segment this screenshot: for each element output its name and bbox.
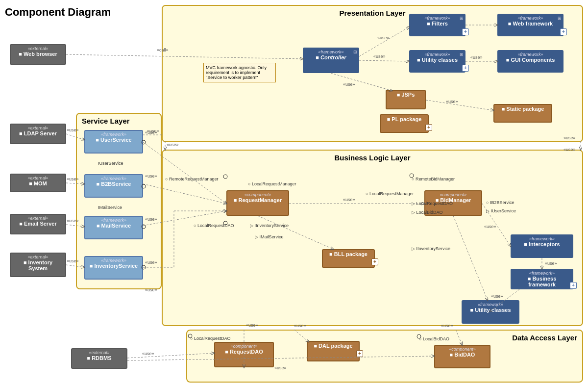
email-server-box: «external» ■ Email Server [10,214,66,234]
localbidam-label: ▷ LocalBidDAO [412,210,443,215]
localrequestdao-label: ○ LocalRequestDAO [194,223,234,228]
business-framework-box: «framework» ■ Business framework [511,269,573,289]
localrequestmanager-label: ○ LocalRequestManager [248,181,296,186]
page-title: Component Diagram [5,6,111,19]
iinventoryservice-label: ▷ IInventoryService [250,223,289,228]
remoterequestmanager-label: ○ RemoteRequestManager [165,177,219,181]
utility-classes-pl-box: «framework» ■ Utility classes ⊞ [409,50,466,73]
filters-box: «framework» ■ Filters ⊞ [409,14,466,36]
business-layer-title: Business Logic Layer [334,154,410,162]
ldap-server-box: «external» ■ LDAP Server [10,124,66,144]
jsps-box: ■ JSPs [386,90,426,109]
filters-plus: + [462,28,469,35]
bll-package-box: ■ BLL package [322,249,375,268]
rdbms-box: «external» ■ RDBMS [71,348,127,369]
remotebidmanager-label: ○ RemoteBidManager [412,177,455,181]
utility-classes-bl-box: «framework» ■ Utility classes [462,300,519,324]
web-framework-box: «framework» ■ Web framework ⊞ [497,14,564,36]
localrequestdao3-label: ○ LocalRequestDAO [190,336,230,341]
gui-components-box: «framework» ■ GUI Components [497,50,564,73]
dal-package-box: ■ DAL package [307,341,360,361]
controller-box: «framework» ■ Controller ⊞ [303,48,359,73]
localbidam2-label: ○ LocalBidDAO [419,336,449,341]
request-dao-box: «component» ■ RequestDAO [214,342,274,367]
web-browser-box: «external» ■ Web browser [10,44,66,65]
iuserservice2-label: ▷ IUserService [486,208,516,213]
inventory-service-box: «framework» ■ InventoryService [84,256,143,280]
request-manager-box: «component» ■ RequestManager [226,190,289,216]
inventory-system-box: «external» ■ Inventory System [10,253,66,277]
localrequestmanager2-label: ○ LocalRequestManager [366,191,414,196]
mail-service-box: «framework» ■ MailService [84,216,143,239]
svg-text:«use»: «use» [142,351,154,356]
service-layer-title: Service Layer [82,117,130,125]
mom-box: «external» ■ MOM [10,174,66,192]
localrequestdao2-label: ▷ LocalRequestDAO [412,201,453,206]
pl-package-box: ■ PL package [380,114,429,133]
imailservice2-label: ▷ IMailService [255,234,284,239]
pl-package-plus: + [425,124,432,131]
svg-text:«use»: «use» [167,142,179,147]
utility-pl-plus: + [462,65,469,72]
bid-dao-box: «component» ■ BidDAO [434,345,490,368]
bll-package-plus: + [371,258,378,265]
b2b-service-box: «framework» ■ B2BService [84,174,143,198]
iinventoryservice2-label: ▷ IInventoryService [412,246,450,251]
business-framework-plus: + [570,282,577,289]
ib2bservice-label: ○ IB2BService [486,200,514,205]
interceptors-box: «framework» ■ Interceptors [511,234,573,258]
iuserservice-label: IUserService [98,161,123,166]
user-service-box: «framework» ■ UserService [84,130,143,154]
data-layer-title: Data Access Layer [512,334,577,342]
dal-package-plus: + [356,350,363,357]
imailservice-label: IMailService [98,205,122,210]
static-package-box: ■ Static package [493,104,552,123]
web-framework-plus: + [560,28,567,35]
mvc-note: MVC framework agnostic. Only requirement… [203,63,276,82]
presentation-layer-title: Presentation Layer [339,9,405,17]
